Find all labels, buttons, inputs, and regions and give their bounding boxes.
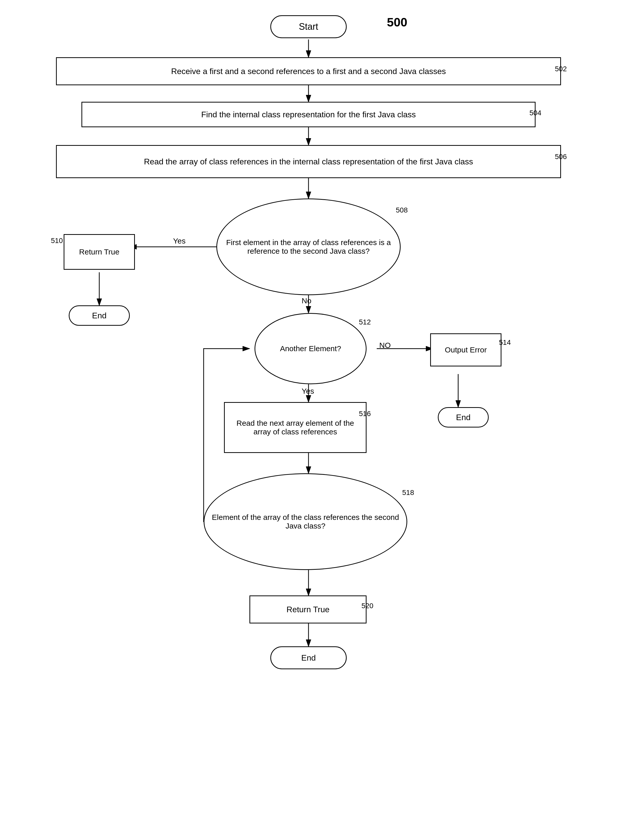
step-510-label: Return True bbox=[79, 248, 120, 256]
decision-508-label: First element in the array of class refe… bbox=[217, 233, 400, 261]
step-520-id: 520 bbox=[362, 602, 373, 610]
step-516: Read the next array element of the array… bbox=[224, 402, 366, 453]
yes-508-label: Yes bbox=[173, 237, 186, 245]
end-520-node: End bbox=[270, 646, 347, 669]
yes-512-label: Yes bbox=[302, 387, 314, 395]
step-504-label: Find the internal class representation f… bbox=[196, 110, 421, 119]
decision-508-id: 508 bbox=[396, 206, 408, 214]
step-514-label: Output Error bbox=[445, 346, 487, 354]
step-506: Read the array of class references in th… bbox=[56, 145, 561, 178]
step-510: Return True bbox=[63, 234, 135, 270]
no-508-label: No bbox=[302, 296, 311, 305]
step-514-id: 514 bbox=[499, 339, 511, 346]
step-514: Output Error bbox=[430, 333, 502, 367]
start-label: Start bbox=[299, 21, 318, 32]
decision-518-label: Element of the array of the class refere… bbox=[204, 508, 406, 535]
start-node: Start bbox=[270, 15, 347, 38]
step-502-id: 502 bbox=[555, 65, 567, 73]
step-502-label: Receive a first and a second references … bbox=[166, 67, 451, 76]
flowchart-diagram: 500 Start Receive a first and a second r… bbox=[0, 0, 617, 840]
decision-518-id: 518 bbox=[402, 489, 414, 497]
step-506-id: 506 bbox=[555, 153, 567, 161]
end-520-label: End bbox=[301, 653, 316, 663]
diagram-number: 500 bbox=[387, 15, 407, 29]
end-510-node: End bbox=[69, 305, 130, 326]
decision-512-label: Another Element? bbox=[278, 342, 344, 355]
decision-508: First element in the array of class refe… bbox=[216, 199, 401, 295]
end-514-label: End bbox=[456, 413, 471, 422]
decision-518: Element of the array of the class refere… bbox=[204, 473, 407, 570]
decision-512: Another Element? bbox=[255, 313, 366, 384]
step-510-id: 510 bbox=[51, 237, 63, 245]
step-520: Return True bbox=[249, 595, 366, 623]
step-516-label: Read the next array element of the array… bbox=[225, 416, 366, 439]
no-512-label: NO bbox=[379, 341, 391, 350]
end-510-label: End bbox=[92, 311, 107, 320]
end-514-node: End bbox=[438, 407, 489, 427]
step-520-label: Return True bbox=[286, 605, 330, 614]
step-516-id: 516 bbox=[359, 410, 371, 418]
decision-512-id: 512 bbox=[359, 318, 371, 326]
step-506-label: Read the array of class references in th… bbox=[136, 157, 481, 167]
step-502: Receive a first and a second references … bbox=[56, 57, 561, 85]
step-504-id: 504 bbox=[530, 109, 542, 117]
step-504: Find the internal class representation f… bbox=[81, 102, 536, 127]
